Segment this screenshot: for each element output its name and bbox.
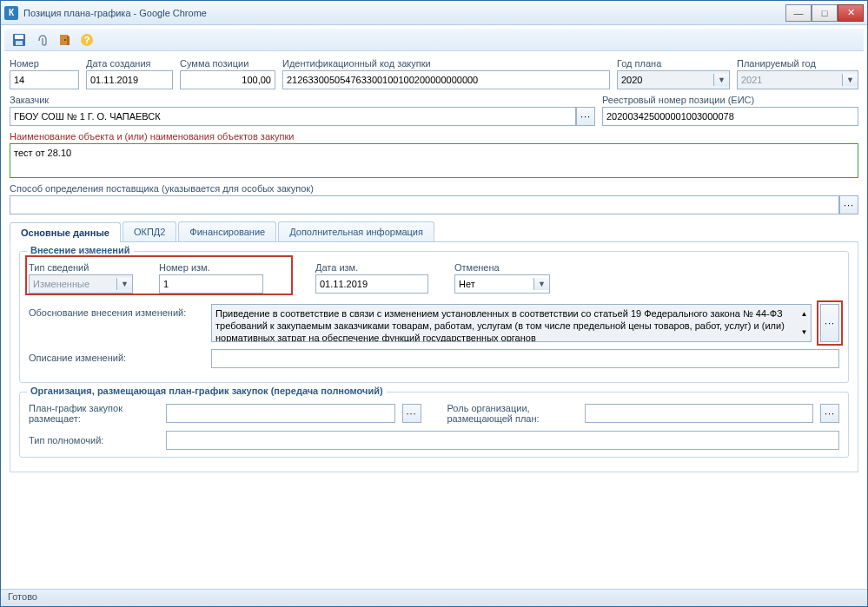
tab-main[interactable]: Основные данные <box>10 222 121 242</box>
cancelled-label: Отменена <box>454 262 550 273</box>
registry-label: Реестровый номер позиции (ЕИС) <box>602 95 858 105</box>
status-text: Готово <box>8 591 37 602</box>
justification-label: Обоснование внесения изменений: <box>29 304 202 318</box>
maximize-button[interactable]: □ <box>812 4 838 22</box>
plan-year-select[interactable]: 2020 ▼ <box>617 70 730 89</box>
auth-type-input[interactable] <box>166 431 839 450</box>
close-button[interactable]: ✕ <box>838 4 864 22</box>
chevron-down-icon[interactable]: ▼ <box>533 278 549 290</box>
minimize-button[interactable]: — <box>785 4 812 22</box>
registry-input[interactable] <box>602 107 858 126</box>
save-icon[interactable] <box>11 32 27 48</box>
chevron-down-icon[interactable]: ▼ <box>842 74 858 86</box>
help-icon[interactable]: ? <box>79 32 95 48</box>
plan-year-label: Год плана <box>617 58 730 69</box>
supplier-method-lookup-button[interactable]: ··· <box>839 195 858 214</box>
toolbar: ? <box>4 29 864 51</box>
planned-year-value: 2021 <box>741 75 762 85</box>
role-input[interactable] <box>585 404 814 423</box>
info-type-label: Тип сведений <box>29 262 133 273</box>
changes-legend: Внесение изменений <box>27 245 134 255</box>
change-no-label: Номер изм. <box>159 262 263 273</box>
supplier-method-label: Способ определения поставщика (указывает… <box>10 183 858 194</box>
date-created-label: Дата создания <box>86 58 173 69</box>
planned-year-label: Планируемый год <box>737 58 858 69</box>
paperclip-icon[interactable] <box>34 32 50 48</box>
tab-financing[interactable]: Финансирование <box>178 221 276 241</box>
auth-type-label: Тип полномочий: <box>29 435 159 445</box>
number-label: Номер <box>10 58 79 69</box>
tab-panel-main: Внесение изменений Тип сведений Измененн… <box>10 242 858 472</box>
info-type-value: Измененные <box>33 279 89 289</box>
change-no-input[interactable] <box>159 274 263 294</box>
ikz-label: Идентификационный код закупки <box>282 58 610 69</box>
sum-label: Сумма позиции <box>180 58 275 69</box>
ikz-input[interactable] <box>282 70 610 89</box>
change-date-input[interactable] <box>315 274 428 294</box>
tab-okpd2[interactable]: ОКПД2 <box>123 221 176 241</box>
scroll-up-icon[interactable]: ▲ <box>798 305 811 323</box>
object-name-textarea[interactable] <box>10 143 858 178</box>
customer-lookup-button[interactable]: ··· <box>576 107 595 126</box>
titlebar: К Позиция плана-графика - Google Chrome … <box>1 1 867 25</box>
org-legend: Организация, размещающая план-график зак… <box>27 386 387 396</box>
status-bar: Готово <box>1 589 867 606</box>
changes-fieldset: Внесение изменений Тип сведений Измененн… <box>19 251 849 383</box>
scroll-down-icon[interactable]: ▼ <box>798 323 811 341</box>
door-icon[interactable] <box>56 32 72 48</box>
chevron-down-icon[interactable]: ▼ <box>713 74 729 86</box>
customer-label: Заказчик <box>10 95 595 105</box>
chevron-down-icon[interactable]: ▼ <box>116 278 132 290</box>
description-input[interactable] <box>211 349 839 368</box>
org-fieldset: Организация, размещающая план-график зак… <box>19 392 849 458</box>
number-input[interactable] <box>10 70 79 89</box>
supplier-method-input[interactable] <box>10 195 839 214</box>
justification-textarea[interactable] <box>211 304 798 342</box>
justification-lookup-button[interactable]: ··· <box>820 304 839 342</box>
tabs: Основные данные ОКПД2 Финансирование Доп… <box>10 221 858 242</box>
plan-year-value: 2020 <box>621 75 642 85</box>
justification-scrollbar[interactable]: ▲ ▼ <box>798 304 812 342</box>
object-name-label: Наименование объекта и (или) наименовани… <box>10 131 858 142</box>
cancelled-select[interactable]: Нет ▼ <box>454 274 550 294</box>
app-icon: К <box>4 6 18 20</box>
window-title: Позиция плана-графика - Google Chrome <box>23 8 207 18</box>
role-label: Роль организации, размещающей план: <box>447 403 578 424</box>
sum-input[interactable] <box>180 70 275 89</box>
svg-text:?: ? <box>84 35 90 45</box>
date-created-input[interactable] <box>86 70 173 89</box>
svg-point-4 <box>64 39 66 41</box>
places-input[interactable] <box>166 404 395 423</box>
description-label: Описание изменений: <box>29 349 202 363</box>
window: К Позиция плана-графика - Google Chrome … <box>0 0 868 607</box>
planned-year-select[interactable]: 2021 ▼ <box>737 70 858 89</box>
places-label: План-график закупок размещает: <box>29 403 159 424</box>
customer-input[interactable] <box>10 107 576 126</box>
change-date-label: Дата изм. <box>315 262 428 273</box>
svg-rect-2 <box>16 41 23 45</box>
places-lookup-button[interactable]: ··· <box>402 404 421 423</box>
role-lookup-button[interactable]: ··· <box>820 404 839 423</box>
info-type-select[interactable]: Измененные ▼ <box>29 274 133 294</box>
cancelled-value: Нет <box>459 279 475 289</box>
tab-additional[interactable]: Дополнительная информация <box>278 221 434 241</box>
svg-rect-1 <box>15 35 23 39</box>
content: Номер Дата создания Сумма позиции Иденти… <box>1 55 867 589</box>
window-controls: — □ ✕ <box>785 4 864 22</box>
